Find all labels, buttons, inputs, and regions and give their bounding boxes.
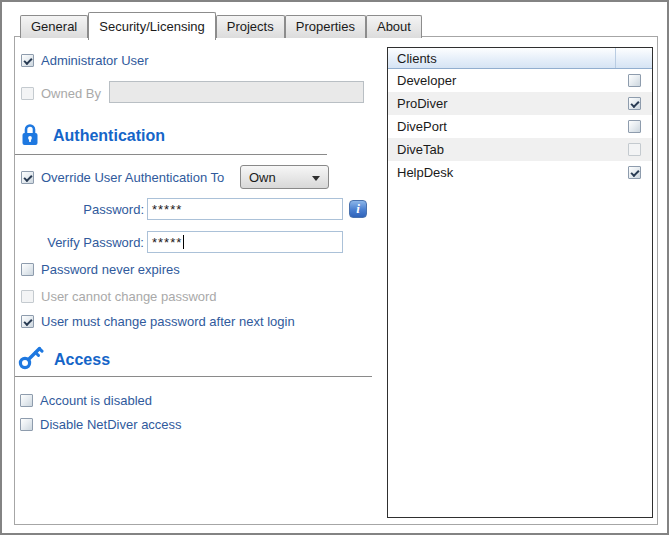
client-name: ProDiver bbox=[388, 96, 616, 111]
administrator-user-checkbox[interactable] bbox=[21, 54, 34, 67]
auth-type-dropdown[interactable]: Own bbox=[240, 165, 329, 189]
clients-header-label: Clients bbox=[388, 51, 615, 66]
password-never-expires-checkbox[interactable] bbox=[21, 263, 34, 276]
clients-header-checkbox-column bbox=[616, 48, 652, 68]
password-never-expires-row[interactable]: Password never expires bbox=[21, 262, 180, 277]
verify-password-value: ***** bbox=[152, 235, 182, 250]
authentication-title: Authentication bbox=[53, 127, 165, 145]
clients-header[interactable]: Clients bbox=[388, 48, 652, 69]
tab-security-licensing[interactable]: Security/Licensing bbox=[88, 12, 216, 40]
user-cannot-change-checkbox[interactable] bbox=[21, 290, 34, 303]
account-disabled-row[interactable]: Account is disabled bbox=[20, 393, 152, 408]
tab-bar: General Security/Licensing Projects Prop… bbox=[20, 12, 422, 38]
administrator-user-label: Administrator User bbox=[41, 53, 149, 68]
access-section-heading: Access bbox=[18, 346, 110, 373]
must-change-password-checkbox[interactable] bbox=[21, 315, 34, 328]
client-name: DivePort bbox=[388, 119, 616, 134]
info-icon[interactable]: i bbox=[349, 200, 367, 218]
access-title: Access bbox=[54, 351, 110, 369]
tab-about[interactable]: About bbox=[366, 15, 422, 38]
client-row-prodiver[interactable]: ProDiver bbox=[388, 92, 652, 115]
client-name: DiveTab bbox=[388, 142, 616, 157]
client-checkbox-diveport[interactable] bbox=[628, 120, 641, 133]
password-label: Password: bbox=[32, 202, 144, 217]
password-never-expires-label: Password never expires bbox=[41, 262, 180, 277]
settings-dialog: General Security/Licensing Projects Prop… bbox=[0, 0, 669, 535]
lock-icon bbox=[21, 123, 39, 149]
account-disabled-label: Account is disabled bbox=[40, 393, 152, 408]
account-disabled-checkbox[interactable] bbox=[20, 394, 33, 407]
disable-netdiver-checkbox[interactable] bbox=[20, 418, 33, 431]
must-change-password-row[interactable]: User must change password after next log… bbox=[21, 314, 295, 329]
owned-by-row[interactable]: Owned By bbox=[21, 86, 101, 101]
client-row-diveport[interactable]: DivePort bbox=[388, 115, 652, 138]
client-name: Developer bbox=[388, 73, 616, 88]
access-separator bbox=[15, 376, 372, 377]
authentication-section-heading: Authentication bbox=[21, 123, 165, 149]
clients-panel: Clients Developer ProDiver DivePort Dive… bbox=[387, 47, 653, 518]
owned-by-label: Owned By bbox=[41, 86, 101, 101]
override-auth-checkbox[interactable] bbox=[21, 171, 34, 184]
administrator-user-row[interactable]: Administrator User bbox=[21, 53, 149, 68]
auth-type-selected-value: Own bbox=[249, 170, 276, 185]
authentication-separator bbox=[15, 154, 327, 155]
client-checkbox-divetab[interactable] bbox=[628, 143, 641, 156]
must-change-password-label: User must change password after next log… bbox=[41, 314, 295, 329]
chevron-down-icon bbox=[312, 176, 320, 181]
verify-password-label: Verify Password: bbox=[32, 235, 144, 250]
override-auth-row[interactable]: Override User Authentication To bbox=[21, 170, 224, 185]
owned-by-checkbox[interactable] bbox=[21, 87, 34, 100]
client-name: HelpDesk bbox=[388, 165, 616, 180]
override-auth-label: Override User Authentication To bbox=[41, 170, 224, 185]
client-row-divetab[interactable]: DiveTab bbox=[388, 138, 652, 161]
password-input[interactable]: ***** bbox=[147, 198, 343, 220]
key-icon bbox=[18, 346, 44, 373]
verify-password-input[interactable]: ***** bbox=[147, 231, 343, 253]
client-row-helpdesk[interactable]: HelpDesk bbox=[388, 161, 652, 184]
tab-general[interactable]: General bbox=[20, 15, 88, 38]
tab-properties[interactable]: Properties bbox=[285, 15, 366, 38]
disable-netdiver-label: Disable NetDiver access bbox=[40, 417, 182, 432]
client-checkbox-prodiver[interactable] bbox=[628, 97, 641, 110]
user-cannot-change-row[interactable]: User cannot change password bbox=[21, 289, 217, 304]
client-checkbox-helpdesk[interactable] bbox=[628, 166, 641, 179]
user-cannot-change-label: User cannot change password bbox=[41, 289, 217, 304]
disable-netdiver-row[interactable]: Disable NetDiver access bbox=[20, 417, 182, 432]
text-caret bbox=[183, 235, 184, 249]
client-checkbox-developer[interactable] bbox=[628, 74, 641, 87]
owned-by-input[interactable] bbox=[109, 81, 364, 103]
client-row-developer[interactable]: Developer bbox=[388, 69, 652, 92]
tab-projects[interactable]: Projects bbox=[216, 15, 285, 38]
